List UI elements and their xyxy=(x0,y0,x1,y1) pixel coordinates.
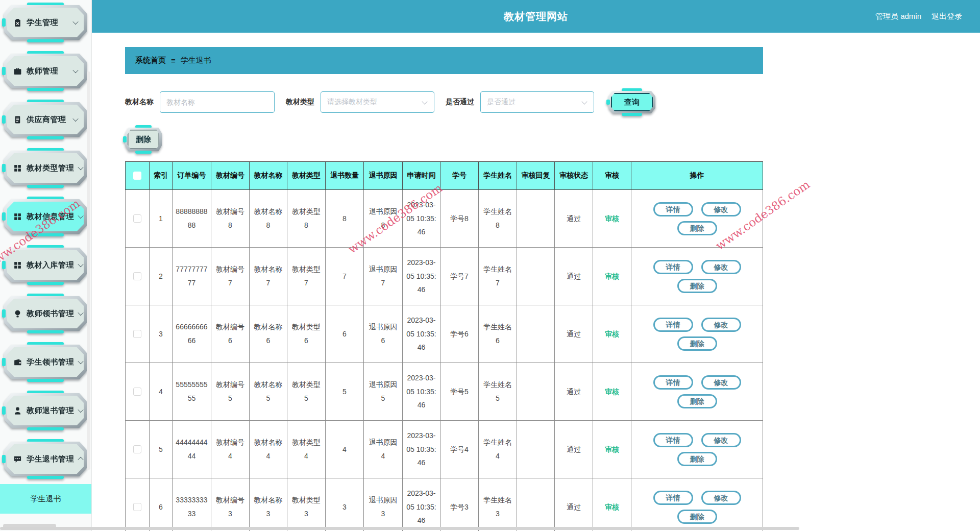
row-checkbox[interactable] xyxy=(133,214,141,223)
cell-review: 审核 xyxy=(593,190,631,248)
chevron-down-icon xyxy=(72,67,78,73)
cell-review: 审核 xyxy=(593,421,631,478)
row-checkbox[interactable] xyxy=(133,388,141,396)
cell-book_type: 教材类型6 xyxy=(287,305,326,363)
chevron-down-icon xyxy=(581,99,587,104)
detail-button[interactable]: 详情 xyxy=(653,318,693,332)
cell-reason: 退书原因8 xyxy=(364,190,403,248)
sidebar-item-material-inbound-mgmt[interactable]: 教材入库管理 xyxy=(4,248,87,282)
sidebar-subitem-student-return[interactable]: 学生退书 xyxy=(0,484,91,514)
delete-button[interactable]: 删除 xyxy=(677,510,717,524)
breadcrumb-current: 学生退书 xyxy=(181,56,211,65)
sidebar-item-material-info-mgmt[interactable]: 教材信息管理 xyxy=(4,199,87,234)
edit-button[interactable]: 修改 xyxy=(701,318,741,332)
cell-reply xyxy=(517,305,555,363)
sidebar-item-student-return-mgmt[interactable]: 学生退书管理 xyxy=(4,442,87,476)
cell-student_name: 学生姓名7 xyxy=(479,248,517,305)
cell-reply xyxy=(517,478,555,531)
sidebar-item-supplier-mgmt[interactable]: 供应商管理 xyxy=(4,102,87,137)
sidebar: 学生管理教师管理供应商管理教材类型管理教材信息管理教材入库管理教师领书管理学生领… xyxy=(0,0,92,531)
cell-qty: 4 xyxy=(326,421,364,478)
sidebar-vertical-scrollbar[interactable] xyxy=(87,71,90,470)
sidebar-item-material-type-mgmt[interactable]: 教材类型管理 xyxy=(4,151,87,185)
search-button[interactable]: 查询 xyxy=(608,91,655,113)
briefcase-icon xyxy=(13,67,22,76)
cell-index: 5 xyxy=(150,421,173,478)
delete-button[interactable]: 删除 xyxy=(677,279,717,293)
page-horizontal-scrollbar[interactable] xyxy=(0,527,799,530)
review-link[interactable]: 审核 xyxy=(605,388,619,396)
sidebar-item-student-mgmt[interactable]: 学生管理 xyxy=(4,5,87,40)
edit-button[interactable]: 修改 xyxy=(701,491,741,505)
top-header-bar: 教材管理网站 管理员 admin 退出登录 xyxy=(92,0,980,33)
sidebar-item-teacher-mgmt[interactable]: 教师管理 xyxy=(4,54,87,88)
cell-qty: 3 xyxy=(326,478,364,531)
cell-reason: 退书原因5 xyxy=(364,363,403,421)
cell-review: 审核 xyxy=(593,305,631,363)
detail-button[interactable]: 详情 xyxy=(653,202,693,216)
column-header: 学号 xyxy=(440,162,479,190)
material-name-input[interactable] xyxy=(160,91,275,113)
cell-reason: 退书原因6 xyxy=(364,305,403,363)
delete-button[interactable]: 删除 xyxy=(677,394,717,408)
row-checkbox[interactable] xyxy=(133,272,141,280)
detail-button[interactable]: 详情 xyxy=(653,375,693,390)
cell-student_name: 学生姓名4 xyxy=(479,421,517,478)
cell-actions: 详情修改删除 xyxy=(631,248,763,305)
edit-button[interactable]: 修改 xyxy=(701,375,741,390)
sidebar-item-teacher-pickup-mgmt[interactable]: 教师领书管理 xyxy=(4,296,87,331)
detail-button[interactable]: 详情 xyxy=(653,433,693,447)
review-link[interactable]: 审核 xyxy=(605,272,619,280)
select-all-checkbox[interactable] xyxy=(133,172,141,180)
chevron-down-icon xyxy=(422,99,427,104)
delete-button[interactable]: 删除 xyxy=(677,336,717,351)
sidebar-item-teacher-return-mgmt[interactable]: 教师退书管理 xyxy=(4,393,87,428)
bulb-icon xyxy=(13,309,22,318)
filter-pass-label: 是否通过 xyxy=(446,98,474,107)
detail-button[interactable]: 详情 xyxy=(653,491,693,505)
cell-book_name: 教材名称3 xyxy=(250,478,287,531)
edit-button[interactable]: 修改 xyxy=(701,202,741,216)
column-header: 审核 xyxy=(593,162,631,190)
review-link[interactable]: 审核 xyxy=(605,503,619,511)
edit-button[interactable]: 修改 xyxy=(701,260,741,274)
row-checkbox[interactable] xyxy=(133,445,141,453)
sidebar-item-student-pickup-mgmt[interactable]: 学生领书管理 xyxy=(4,345,87,379)
row-checkbox[interactable] xyxy=(133,503,141,511)
table-row: 54444444444教材编号4教材名称4教材类型44退书原因42023-03-… xyxy=(126,421,763,478)
delete-button[interactable]: 删除 xyxy=(677,452,717,466)
cell-book_no: 教材编号3 xyxy=(211,478,250,531)
chevron-down-icon xyxy=(72,19,78,25)
table-row: 45555555555教材编号5教材名称5教材类型55退书原因52023-03-… xyxy=(126,363,763,421)
cell-student_name: 学生姓名8 xyxy=(479,190,517,248)
material-type-select-placeholder: 请选择教材类型 xyxy=(327,98,377,107)
document-icon xyxy=(13,115,22,124)
grid-icon xyxy=(13,164,22,173)
cell-book_no: 教材编号8 xyxy=(211,190,250,248)
row-checkbox[interactable] xyxy=(133,330,141,338)
cell-reply xyxy=(517,421,555,478)
cell-student_no: 学号5 xyxy=(440,363,479,421)
cell-apply_time: 2023-03-05 10:35:46 xyxy=(403,421,440,478)
review-link[interactable]: 审核 xyxy=(605,445,619,453)
chat-icon xyxy=(13,455,22,464)
edit-button[interactable]: 修改 xyxy=(701,433,741,447)
chevron-down-icon xyxy=(78,164,83,170)
review-link[interactable]: 审核 xyxy=(605,330,619,338)
delete-button[interactable]: 删除 xyxy=(677,221,717,235)
cell-student_no: 学号6 xyxy=(440,305,479,363)
cell-qty: 8 xyxy=(326,190,364,248)
detail-button[interactable]: 详情 xyxy=(653,260,693,274)
table-row: 27777777777教材编号7教材名称7教材类型77退书原因72023-03-… xyxy=(126,248,763,305)
review-link[interactable]: 审核 xyxy=(605,214,619,223)
cell-book_name: 教材名称4 xyxy=(250,421,287,478)
grid-icon xyxy=(13,212,22,221)
cell-actions: 详情修改删除 xyxy=(631,363,763,421)
logout-link[interactable]: 退出登录 xyxy=(932,12,962,21)
breadcrumb-home[interactable]: 系统首页 xyxy=(135,56,166,65)
bulk-delete-button[interactable]: 删除 xyxy=(125,128,162,151)
pass-status-select[interactable]: 是否通过 xyxy=(480,91,594,113)
material-type-select[interactable]: 请选择教材类型 xyxy=(321,91,434,113)
checkbox-cell xyxy=(126,478,150,531)
cell-status: 通过 xyxy=(555,421,593,478)
